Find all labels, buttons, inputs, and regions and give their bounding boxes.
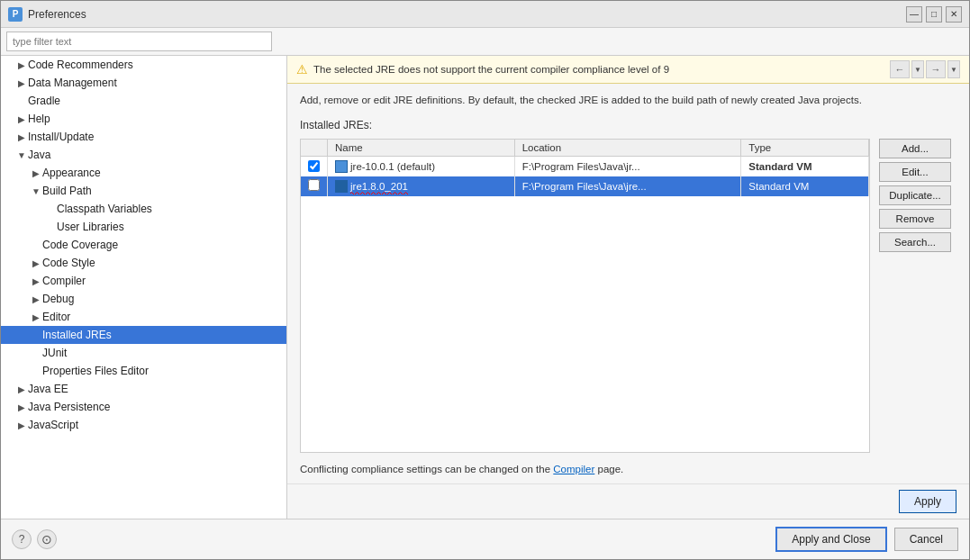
search-bar	[1, 28, 969, 56]
warning-text: The selected JRE does not support the cu…	[313, 64, 884, 75]
sidebar-item-junit[interactable]: ▶ JUnit	[1, 344, 286, 362]
sidebar-item-label: Help	[28, 113, 50, 125]
sidebar-item-label: Installed JREs	[42, 329, 112, 341]
table-row[interactable]: jre1.8.0_201 F:\Program Files\Java\jre..…	[301, 176, 869, 196]
sidebar-item-user-libraries[interactable]: ▶ User Libraries	[1, 218, 286, 236]
nav-back-button[interactable]: ←	[890, 60, 910, 78]
maximize-button[interactable]: □	[926, 6, 942, 23]
sidebar-item-label: User Libraries	[57, 221, 124, 233]
bottom-left: ? ⊙	[12, 529, 57, 549]
compiler-link[interactable]: Compiler	[553, 464, 594, 474]
col-checkbox	[301, 140, 328, 157]
row-checkbox-cell[interactable]	[301, 157, 328, 176]
search-button[interactable]: Search...	[879, 232, 951, 252]
sidebar-item-gradle[interactable]: ▶ Gradle	[1, 92, 286, 110]
content-right: ⚠ The selected JRE does not support the …	[287, 56, 969, 519]
title-bar: P Preferences — □ ✕	[1, 1, 969, 28]
sidebar-item-code-recommenders[interactable]: ▶ Code Recommenders	[1, 56, 286, 74]
sidebar-item-label: Java EE	[28, 383, 68, 395]
nav-forward-button[interactable]: →	[926, 60, 946, 78]
sidebar-item-javascript[interactable]: ▶ JavaScript	[1, 416, 286, 434]
sidebar-item-data-management[interactable]: ▶ Data Management	[1, 74, 286, 92]
sidebar-item-label: Install/Update	[28, 131, 94, 143]
col-type: Type	[741, 140, 869, 157]
expand-icon: ▶	[30, 294, 42, 304]
expand-icon: ▶	[15, 384, 28, 394]
sidebar-item-appearance[interactable]: ▶ Appearance	[1, 164, 286, 182]
remove-button[interactable]: Remove	[879, 209, 951, 229]
description-text: Add, remove or edit JRE definitions. By …	[300, 93, 956, 108]
preferences-window: P Preferences — □ ✕ ▶ Code Recommenders …	[0, 0, 970, 560]
edit-button[interactable]: Edit...	[879, 162, 951, 182]
expand-icon: ▼	[15, 150, 28, 160]
nav-arrows: ← ▼ → ▼	[890, 60, 960, 78]
app-icon: P	[8, 7, 23, 22]
sidebar-item-java[interactable]: ▼ Java	[1, 146, 286, 164]
duplicate-button[interactable]: Duplicate...	[879, 185, 951, 205]
squiggle-decoration	[350, 191, 408, 194]
sidebar-item-label: JavaScript	[28, 419, 78, 431]
sidebar-item-label: Java Persistence	[28, 401, 110, 413]
squiggle-name: jre1.8.0_201	[350, 181, 408, 192]
jre-table-container: Name Location Type	[300, 139, 870, 453]
sidebar-item-label: Classpath Variables	[57, 203, 152, 215]
search-input[interactable]	[6, 32, 272, 51]
jre-location-cell: F:\Program Files\Java\jr...	[514, 157, 741, 176]
sidebar-item-label: Data Management	[28, 77, 117, 89]
jre-icon	[335, 160, 348, 173]
table-header-row: Name Location Type	[301, 140, 869, 157]
jre-name-cell: jre-10.0.1 (default)	[328, 157, 515, 176]
sidebar-item-label: Code Recommenders	[28, 59, 133, 71]
sidebar-item-editor[interactable]: ▶ Editor	[1, 308, 286, 326]
apply-button[interactable]: Apply	[899, 490, 956, 513]
table-row[interactable]: jre-10.0.1 (default) F:\Program Files\Ja…	[301, 157, 869, 176]
row-checkbox-cell[interactable]	[301, 176, 328, 196]
sidebar-item-label: Compiler	[42, 275, 86, 287]
jre-checkbox[interactable]	[308, 179, 320, 191]
sidebar-item-properties-files-editor[interactable]: ▶ Properties Files Editor	[1, 362, 286, 380]
minimize-button[interactable]: —	[906, 6, 922, 23]
nav-back-dropdown[interactable]: ▼	[911, 60, 924, 78]
sidebar-item-help[interactable]: ▶ Help	[1, 110, 286, 128]
jre-type-cell: Standard VM	[741, 176, 869, 196]
expand-icon: ▶	[15, 132, 28, 142]
sidebar-item-label: Editor	[42, 311, 70, 323]
sidebar-item-label: Build Path	[42, 185, 92, 197]
sidebar-item-installed-jres[interactable]: ▶ Installed JREs	[1, 326, 286, 344]
jre-name: jre1.8.0_201	[350, 181, 408, 192]
sidebar-item-java-ee[interactable]: ▶ Java EE	[1, 380, 286, 398]
table-with-buttons: Name Location Type	[300, 139, 956, 453]
sidebar-item-label: JUnit	[42, 347, 67, 359]
add-button[interactable]: Add...	[879, 139, 951, 158]
jre-name-cell: jre1.8.0_201	[328, 176, 515, 196]
sidebar-item-debug[interactable]: ▶ Debug	[1, 290, 286, 308]
col-location: Location	[514, 140, 741, 157]
info-button[interactable]: ⊙	[37, 529, 57, 549]
sidebar-item-code-coverage[interactable]: ▶ Code Coverage	[1, 236, 286, 254]
help-button[interactable]: ?	[12, 529, 32, 549]
content-main: ⚠ The selected JRE does not support the …	[287, 56, 969, 519]
sidebar-item-compiler[interactable]: ▶ Compiler	[1, 272, 286, 290]
bottom-bar: ? ⊙ Apply and Close Cancel	[1, 519, 969, 559]
expand-icon: ▶	[30, 258, 42, 268]
sidebar-item-classpath-variables[interactable]: ▶ Classpath Variables	[1, 200, 286, 218]
sidebar: ▶ Code Recommenders ▶ Data Management ▶ …	[1, 56, 287, 519]
sidebar-item-label: Java	[28, 149, 50, 161]
main-area: ▶ Code Recommenders ▶ Data Management ▶ …	[1, 56, 969, 519]
nav-forward-dropdown[interactable]: ▼	[947, 60, 960, 78]
close-button[interactable]: ✕	[946, 6, 962, 23]
apply-close-button[interactable]: Apply and Close	[775, 527, 886, 552]
sidebar-item-code-style[interactable]: ▶ Code Style	[1, 254, 286, 272]
jre-checkbox[interactable]	[308, 160, 320, 172]
jre-table: Name Location Type	[301, 140, 869, 196]
sidebar-item-build-path[interactable]: ▼ Build Path	[1, 182, 286, 200]
cancel-button[interactable]: Cancel	[894, 528, 958, 551]
sidebar-item-java-persistence[interactable]: ▶ Java Persistence	[1, 398, 286, 416]
sidebar-item-label: Appearance	[42, 167, 101, 179]
table-wrapper: Name Location Type	[300, 139, 870, 453]
side-buttons: Add... Edit... Duplicate... Remove Searc…	[874, 139, 956, 453]
sidebar-item-install-update[interactable]: ▶ Install/Update	[1, 128, 286, 146]
info-icon: ⊙	[41, 532, 52, 546]
apply-btn-area: Apply	[287, 483, 969, 519]
sidebar-item-label: Code Coverage	[42, 239, 118, 251]
